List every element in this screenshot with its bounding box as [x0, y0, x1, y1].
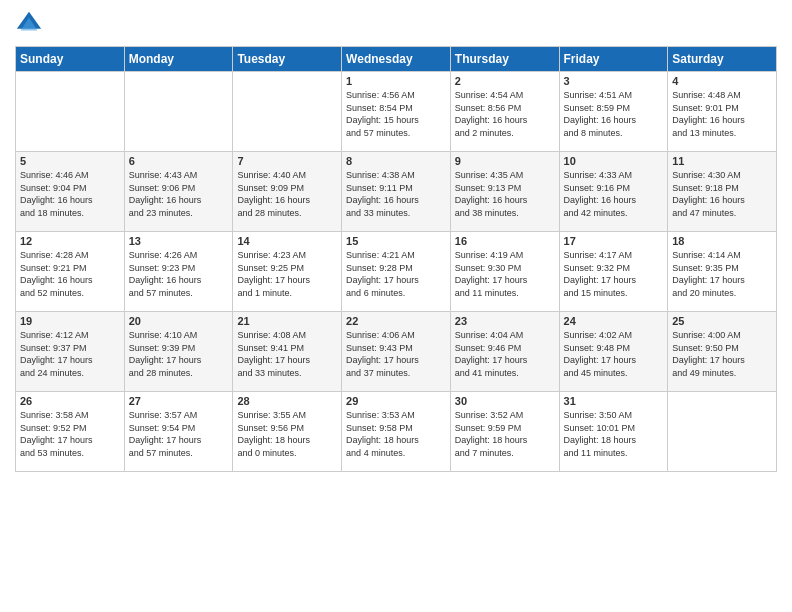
calendar-cell: 10Sunrise: 4:33 AM Sunset: 9:16 PM Dayli…: [559, 152, 668, 232]
calendar-cell: 24Sunrise: 4:02 AM Sunset: 9:48 PM Dayli…: [559, 312, 668, 392]
calendar-cell: 11Sunrise: 4:30 AM Sunset: 9:18 PM Dayli…: [668, 152, 777, 232]
calendar-cell: 12Sunrise: 4:28 AM Sunset: 9:21 PM Dayli…: [16, 232, 125, 312]
day-number: 12: [20, 235, 120, 247]
day-info: Sunrise: 4:30 AM Sunset: 9:18 PM Dayligh…: [672, 169, 772, 219]
calendar-week-2: 5Sunrise: 4:46 AM Sunset: 9:04 PM Daylig…: [16, 152, 777, 232]
calendar-cell: 23Sunrise: 4:04 AM Sunset: 9:46 PM Dayli…: [450, 312, 559, 392]
day-number: 10: [564, 155, 664, 167]
day-number: 4: [672, 75, 772, 87]
logo-icon: [15, 10, 43, 38]
page: SundayMondayTuesdayWednesdayThursdayFrid…: [0, 0, 792, 612]
calendar-week-3: 12Sunrise: 4:28 AM Sunset: 9:21 PM Dayli…: [16, 232, 777, 312]
day-info: Sunrise: 4:06 AM Sunset: 9:43 PM Dayligh…: [346, 329, 446, 379]
calendar-cell: 20Sunrise: 4:10 AM Sunset: 9:39 PM Dayli…: [124, 312, 233, 392]
calendar-header-friday: Friday: [559, 47, 668, 72]
calendar-cell: [124, 72, 233, 152]
day-info: Sunrise: 4:35 AM Sunset: 9:13 PM Dayligh…: [455, 169, 555, 219]
calendar-cell: 2Sunrise: 4:54 AM Sunset: 8:56 PM Daylig…: [450, 72, 559, 152]
calendar-header-monday: Monday: [124, 47, 233, 72]
calendar-cell: 3Sunrise: 4:51 AM Sunset: 8:59 PM Daylig…: [559, 72, 668, 152]
day-number: 31: [564, 395, 664, 407]
day-info: Sunrise: 3:50 AM Sunset: 10:01 PM Daylig…: [564, 409, 664, 459]
calendar-cell: [233, 72, 342, 152]
calendar: SundayMondayTuesdayWednesdayThursdayFrid…: [15, 46, 777, 472]
day-info: Sunrise: 4:51 AM Sunset: 8:59 PM Dayligh…: [564, 89, 664, 139]
day-number: 30: [455, 395, 555, 407]
day-number: 28: [237, 395, 337, 407]
day-info: Sunrise: 4:56 AM Sunset: 8:54 PM Dayligh…: [346, 89, 446, 139]
day-number: 26: [20, 395, 120, 407]
calendar-header-saturday: Saturday: [668, 47, 777, 72]
calendar-cell: 19Sunrise: 4:12 AM Sunset: 9:37 PM Dayli…: [16, 312, 125, 392]
day-number: 22: [346, 315, 446, 327]
calendar-week-4: 19Sunrise: 4:12 AM Sunset: 9:37 PM Dayli…: [16, 312, 777, 392]
day-number: 9: [455, 155, 555, 167]
day-info: Sunrise: 4:54 AM Sunset: 8:56 PM Dayligh…: [455, 89, 555, 139]
day-number: 5: [20, 155, 120, 167]
calendar-cell: 17Sunrise: 4:17 AM Sunset: 9:32 PM Dayli…: [559, 232, 668, 312]
day-number: 17: [564, 235, 664, 247]
day-info: Sunrise: 4:26 AM Sunset: 9:23 PM Dayligh…: [129, 249, 229, 299]
day-info: Sunrise: 3:55 AM Sunset: 9:56 PM Dayligh…: [237, 409, 337, 459]
day-info: Sunrise: 4:00 AM Sunset: 9:50 PM Dayligh…: [672, 329, 772, 379]
day-number: 16: [455, 235, 555, 247]
day-info: Sunrise: 4:33 AM Sunset: 9:16 PM Dayligh…: [564, 169, 664, 219]
day-info: Sunrise: 4:14 AM Sunset: 9:35 PM Dayligh…: [672, 249, 772, 299]
logo: [15, 10, 47, 38]
calendar-cell: 25Sunrise: 4:00 AM Sunset: 9:50 PM Dayli…: [668, 312, 777, 392]
calendar-header-thursday: Thursday: [450, 47, 559, 72]
calendar-cell: 22Sunrise: 4:06 AM Sunset: 9:43 PM Dayli…: [342, 312, 451, 392]
day-info: Sunrise: 4:10 AM Sunset: 9:39 PM Dayligh…: [129, 329, 229, 379]
day-number: 6: [129, 155, 229, 167]
day-number: 8: [346, 155, 446, 167]
day-info: Sunrise: 4:08 AM Sunset: 9:41 PM Dayligh…: [237, 329, 337, 379]
day-number: 3: [564, 75, 664, 87]
calendar-week-5: 26Sunrise: 3:58 AM Sunset: 9:52 PM Dayli…: [16, 392, 777, 472]
calendar-cell: 27Sunrise: 3:57 AM Sunset: 9:54 PM Dayli…: [124, 392, 233, 472]
day-info: Sunrise: 4:48 AM Sunset: 9:01 PM Dayligh…: [672, 89, 772, 139]
calendar-cell: 13Sunrise: 4:26 AM Sunset: 9:23 PM Dayli…: [124, 232, 233, 312]
calendar-cell: 14Sunrise: 4:23 AM Sunset: 9:25 PM Dayli…: [233, 232, 342, 312]
day-info: Sunrise: 3:57 AM Sunset: 9:54 PM Dayligh…: [129, 409, 229, 459]
day-number: 14: [237, 235, 337, 247]
day-info: Sunrise: 4:21 AM Sunset: 9:28 PM Dayligh…: [346, 249, 446, 299]
calendar-cell: 7Sunrise: 4:40 AM Sunset: 9:09 PM Daylig…: [233, 152, 342, 232]
day-number: 21: [237, 315, 337, 327]
day-info: Sunrise: 3:58 AM Sunset: 9:52 PM Dayligh…: [20, 409, 120, 459]
day-info: Sunrise: 3:52 AM Sunset: 9:59 PM Dayligh…: [455, 409, 555, 459]
day-number: 7: [237, 155, 337, 167]
calendar-cell: 18Sunrise: 4:14 AM Sunset: 9:35 PM Dayli…: [668, 232, 777, 312]
day-info: Sunrise: 4:17 AM Sunset: 9:32 PM Dayligh…: [564, 249, 664, 299]
calendar-cell: 16Sunrise: 4:19 AM Sunset: 9:30 PM Dayli…: [450, 232, 559, 312]
calendar-cell: 28Sunrise: 3:55 AM Sunset: 9:56 PM Dayli…: [233, 392, 342, 472]
day-info: Sunrise: 4:43 AM Sunset: 9:06 PM Dayligh…: [129, 169, 229, 219]
day-info: Sunrise: 4:23 AM Sunset: 9:25 PM Dayligh…: [237, 249, 337, 299]
calendar-cell: 21Sunrise: 4:08 AM Sunset: 9:41 PM Dayli…: [233, 312, 342, 392]
day-number: 1: [346, 75, 446, 87]
calendar-header-wednesday: Wednesday: [342, 47, 451, 72]
calendar-cell: 8Sunrise: 4:38 AM Sunset: 9:11 PM Daylig…: [342, 152, 451, 232]
day-info: Sunrise: 4:12 AM Sunset: 9:37 PM Dayligh…: [20, 329, 120, 379]
day-number: 20: [129, 315, 229, 327]
calendar-cell: 9Sunrise: 4:35 AM Sunset: 9:13 PM Daylig…: [450, 152, 559, 232]
day-number: 19: [20, 315, 120, 327]
calendar-cell: 30Sunrise: 3:52 AM Sunset: 9:59 PM Dayli…: [450, 392, 559, 472]
calendar-cell: 6Sunrise: 4:43 AM Sunset: 9:06 PM Daylig…: [124, 152, 233, 232]
day-info: Sunrise: 4:19 AM Sunset: 9:30 PM Dayligh…: [455, 249, 555, 299]
day-number: 15: [346, 235, 446, 247]
calendar-header-tuesday: Tuesday: [233, 47, 342, 72]
calendar-cell: 15Sunrise: 4:21 AM Sunset: 9:28 PM Dayli…: [342, 232, 451, 312]
day-number: 13: [129, 235, 229, 247]
day-info: Sunrise: 4:38 AM Sunset: 9:11 PM Dayligh…: [346, 169, 446, 219]
calendar-cell: 31Sunrise: 3:50 AM Sunset: 10:01 PM Dayl…: [559, 392, 668, 472]
calendar-header-row: SundayMondayTuesdayWednesdayThursdayFrid…: [16, 47, 777, 72]
calendar-cell: 26Sunrise: 3:58 AM Sunset: 9:52 PM Dayli…: [16, 392, 125, 472]
calendar-cell: 1Sunrise: 4:56 AM Sunset: 8:54 PM Daylig…: [342, 72, 451, 152]
day-info: Sunrise: 4:28 AM Sunset: 9:21 PM Dayligh…: [20, 249, 120, 299]
header: [15, 10, 777, 38]
calendar-cell: 29Sunrise: 3:53 AM Sunset: 9:58 PM Dayli…: [342, 392, 451, 472]
day-number: 25: [672, 315, 772, 327]
day-info: Sunrise: 4:40 AM Sunset: 9:09 PM Dayligh…: [237, 169, 337, 219]
calendar-cell: 5Sunrise: 4:46 AM Sunset: 9:04 PM Daylig…: [16, 152, 125, 232]
day-number: 23: [455, 315, 555, 327]
